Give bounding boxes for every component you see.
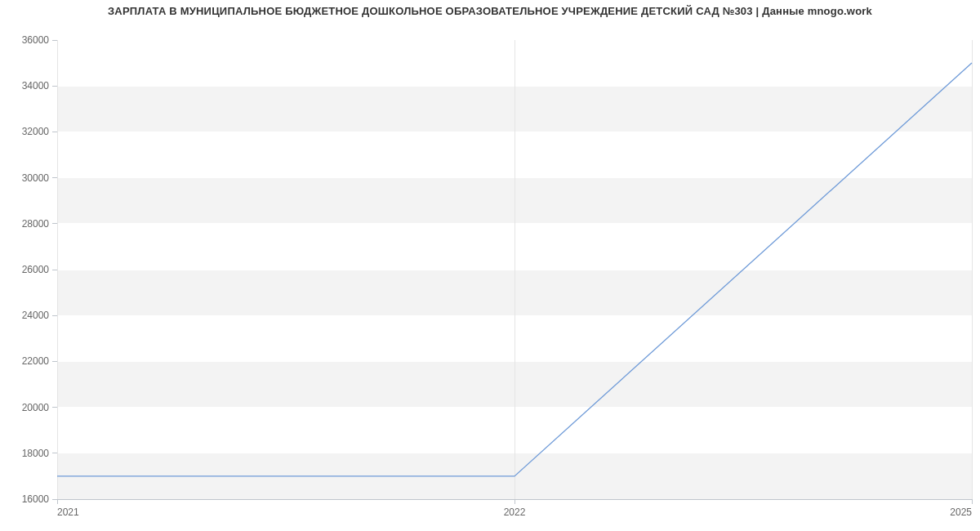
y-tick-label: 24000 (22, 310, 50, 321)
y-tick-label: 36000 (22, 34, 50, 46)
y-tick-label: 16000 (22, 493, 50, 505)
y-tick-label: 34000 (22, 80, 50, 91)
x-tick-label: 2022 (504, 506, 526, 518)
line-chart: 1600018000200002200024000260002800030000… (0, 17, 980, 531)
y-tick-label: 18000 (22, 448, 50, 459)
x-tick-label: 2021 (57, 506, 79, 518)
chart-title: ЗАРПЛАТА В МУНИЦИПАЛЬНОЕ БЮДЖЕТНОЕ ДОШКО… (0, 0, 980, 17)
x-tick-label: 2025 (950, 506, 972, 518)
y-tick-label: 30000 (22, 172, 50, 184)
chart-container: ЗАРПЛАТА В МУНИЦИПАЛЬНОЕ БЮДЖЕТНОЕ ДОШКО… (0, 0, 980, 531)
y-tick-label: 22000 (22, 355, 50, 367)
y-tick-label: 20000 (22, 402, 50, 413)
y-tick-label: 28000 (22, 218, 50, 230)
y-tick-label: 26000 (22, 264, 50, 275)
y-tick-label: 32000 (22, 126, 50, 137)
